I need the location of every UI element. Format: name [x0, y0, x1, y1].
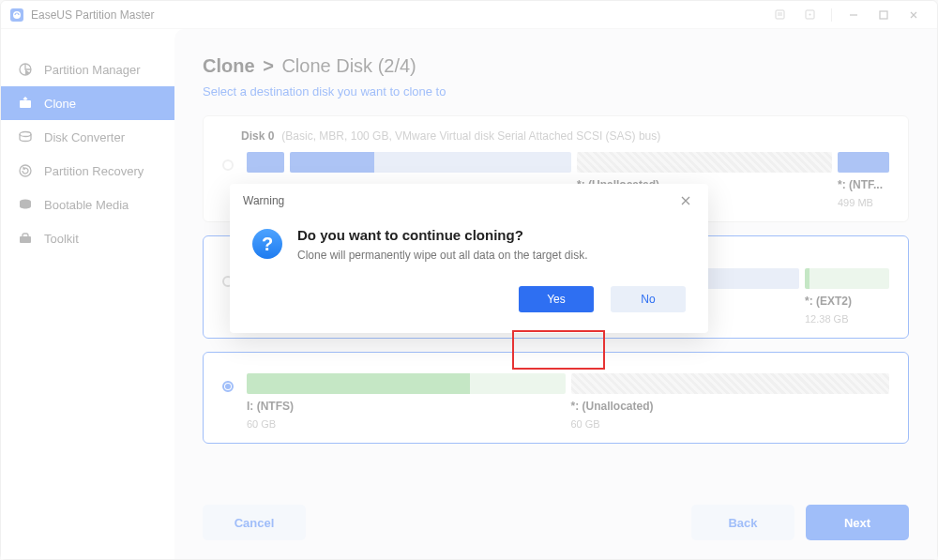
warning-modal: Warning ? Do you want to continue clonin… [230, 184, 708, 333]
modal-close-button[interactable] [676, 191, 695, 210]
question-icon: ? [252, 229, 282, 259]
modal-yes-button[interactable]: Yes [519, 286, 594, 312]
modal-title: Warning [243, 194, 284, 207]
modal-heading: Do you want to continue cloning? [297, 227, 588, 243]
modal-no-button[interactable]: No [611, 286, 686, 312]
modal-message: Clone will permanently wipe out all data… [297, 249, 588, 262]
modal-overlay: Warning ? Do you want to continue clonin… [0, 0, 938, 560]
